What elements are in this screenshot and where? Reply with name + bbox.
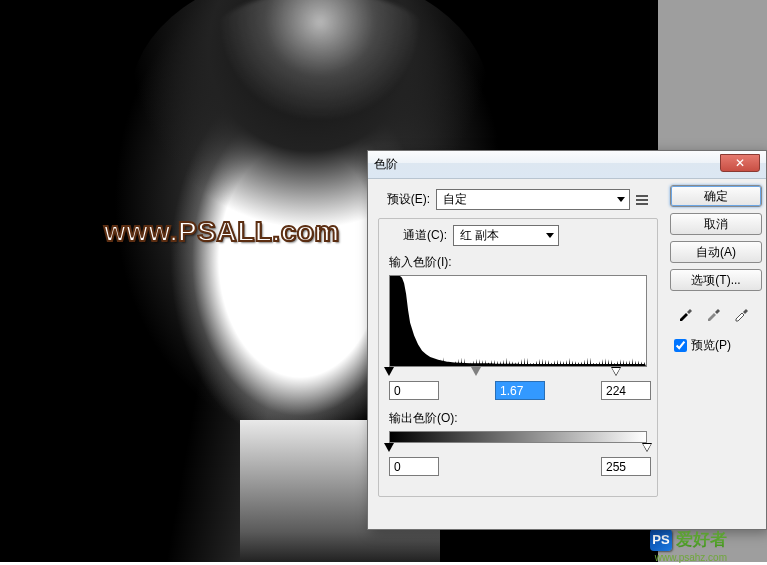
- cancel-button[interactable]: 取消: [670, 213, 762, 235]
- preview-checkbox-row[interactable]: 预览(P): [674, 337, 764, 354]
- watermark-brand-text: 爱好者: [676, 528, 727, 551]
- histogram-svg: [390, 276, 646, 366]
- cancel-label: 取消: [704, 216, 728, 233]
- ok-button[interactable]: 确定: [670, 185, 762, 207]
- eyedropper-white-icon[interactable]: [732, 303, 752, 323]
- auto-button[interactable]: 自动(A): [670, 241, 762, 263]
- input-shadow-handle[interactable]: [384, 367, 394, 376]
- input-highlight-handle[interactable]: [611, 367, 621, 376]
- chevron-down-icon: [546, 233, 554, 238]
- output-slider-track[interactable]: [389, 443, 647, 455]
- auto-label: 自动(A): [696, 244, 736, 261]
- output-levels-label: 输出色阶(O):: [389, 410, 649, 427]
- output-highlight-field[interactable]: [601, 457, 651, 476]
- input-highlight-field[interactable]: [601, 381, 651, 400]
- input-mid-field[interactable]: [495, 381, 545, 400]
- close-button[interactable]: ✕: [720, 154, 760, 172]
- input-shadow-field[interactable]: [389, 381, 439, 400]
- channel-value: 红 副本: [460, 227, 499, 244]
- preview-checkbox[interactable]: [674, 339, 687, 352]
- input-slider-track[interactable]: [389, 367, 647, 379]
- preset-label: 预设(E):: [378, 191, 430, 208]
- levels-dialog: 色阶 ✕ 预设(E): 自定 通道(C): 红 副本: [367, 150, 767, 530]
- watermark-url-2: www.psahz.com: [655, 552, 727, 563]
- ok-label: 确定: [704, 188, 728, 205]
- output-shadow-field[interactable]: [389, 457, 439, 476]
- dialog-titlebar[interactable]: 色阶 ✕: [368, 151, 766, 179]
- preview-label: 预览(P): [691, 337, 731, 354]
- channel-label: 通道(C):: [387, 227, 447, 244]
- preset-value: 自定: [443, 191, 467, 208]
- options-button[interactable]: 选项(T)...: [670, 269, 762, 291]
- eyedropper-gray-icon[interactable]: [704, 303, 724, 323]
- dialog-title: 色阶: [374, 156, 398, 173]
- input-levels-label: 输入色阶(I):: [389, 254, 649, 271]
- chevron-down-icon: [617, 197, 625, 202]
- preset-select[interactable]: 自定: [436, 189, 630, 210]
- options-label: 选项(T)...: [691, 272, 740, 289]
- output-highlight-handle[interactable]: [642, 443, 652, 452]
- output-gradient[interactable]: [389, 431, 647, 443]
- ps-logo-icon: PS: [650, 529, 672, 551]
- dialog-buttons: 确定 取消 自动(A) 选项(T)... 预览(P): [670, 185, 766, 354]
- histogram[interactable]: [389, 275, 647, 367]
- output-shadow-handle[interactable]: [384, 443, 394, 452]
- eyedropper-black-icon[interactable]: [676, 303, 696, 323]
- watermark-url-1: www.PSALL.com: [104, 216, 340, 248]
- input-mid-handle[interactable]: [471, 367, 481, 376]
- preset-menu-button[interactable]: [636, 192, 652, 208]
- eyedropper-group: [676, 303, 764, 323]
- levels-fieldset: 通道(C): 红 副本 输入色阶(I):: [378, 218, 658, 497]
- watermark-brand: PS 爱好者: [650, 528, 727, 551]
- close-icon: ✕: [735, 156, 745, 170]
- channel-select[interactable]: 红 副本: [453, 225, 559, 246]
